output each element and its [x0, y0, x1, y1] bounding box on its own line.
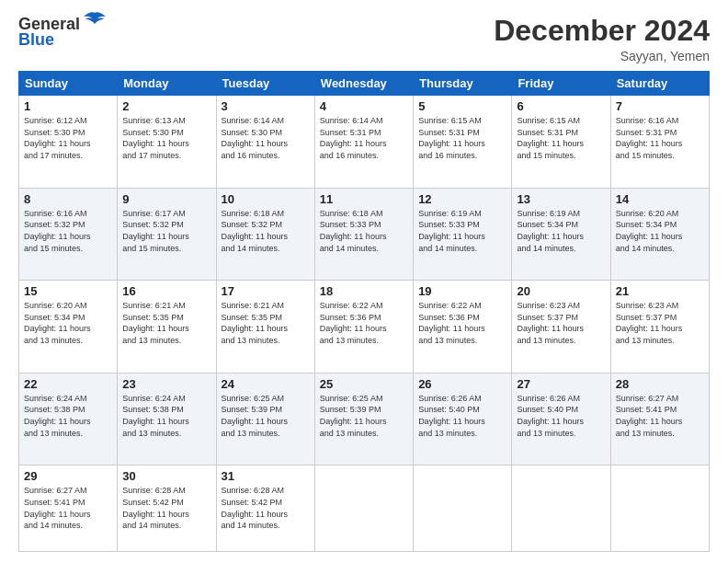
calendar-cell: 9Sunrise: 6:17 AMSunset: 5:32 PMDaylight… — [118, 188, 216, 281]
day-info: Sunrise: 6:22 AMSunset: 5:36 PMDaylight:… — [320, 300, 408, 346]
day-number: 5 — [418, 99, 506, 113]
day-number: 12 — [418, 192, 506, 206]
calendar-cell — [414, 465, 512, 552]
day-info: Sunrise: 6:18 AMSunset: 5:32 PMDaylight:… — [222, 208, 310, 254]
calendar-cell: 14Sunrise: 6:20 AMSunset: 5:34 PMDayligh… — [610, 188, 709, 281]
week-row-2: 8Sunrise: 6:16 AMSunset: 5:32 PMDaylight… — [19, 188, 710, 281]
day-info: Sunrise: 6:15 AMSunset: 5:31 PMDaylight:… — [418, 115, 506, 161]
day-number: 3 — [222, 99, 310, 113]
day-info: Sunrise: 6:12 AMSunset: 5:30 PMDaylight:… — [24, 115, 112, 161]
calendar-cell: 11Sunrise: 6:18 AMSunset: 5:33 PMDayligh… — [314, 188, 413, 281]
calendar-cell: 8Sunrise: 6:16 AMSunset: 5:32 PMDaylight… — [19, 188, 118, 281]
location: Sayyan, Yemen — [494, 49, 710, 63]
day-info: Sunrise: 6:23 AMSunset: 5:37 PMDaylight:… — [517, 300, 605, 346]
calendar: Sunday Monday Tuesday Wednesday Thursday… — [18, 71, 710, 552]
logo: General Blue — [18, 15, 108, 50]
day-info: Sunrise: 6:27 AMSunset: 5:41 PMDaylight:… — [24, 485, 112, 531]
week-row-5: 29Sunrise: 6:27 AMSunset: 5:41 PMDayligh… — [19, 465, 710, 552]
calendar-cell — [314, 465, 413, 552]
calendar-cell: 17Sunrise: 6:21 AMSunset: 5:35 PMDayligh… — [216, 281, 314, 373]
day-info: Sunrise: 6:18 AMSunset: 5:33 PMDaylight:… — [320, 208, 408, 254]
calendar-cell: 23Sunrise: 6:24 AMSunset: 5:38 PMDayligh… — [118, 373, 216, 465]
calendar-cell: 29Sunrise: 6:27 AMSunset: 5:41 PMDayligh… — [19, 465, 118, 552]
calendar-cell: 12Sunrise: 6:19 AMSunset: 5:33 PMDayligh… — [414, 188, 512, 281]
logo-bird-icon — [82, 11, 108, 31]
calendar-cell: 15Sunrise: 6:20 AMSunset: 5:34 PMDayligh… — [19, 281, 118, 373]
calendar-cell: 25Sunrise: 6:25 AMSunset: 5:39 PMDayligh… — [314, 373, 413, 465]
day-number: 31 — [222, 469, 310, 483]
day-number: 26 — [418, 377, 506, 391]
calendar-cell: 19Sunrise: 6:22 AMSunset: 5:36 PMDayligh… — [414, 281, 512, 373]
header-thursday: Thursday — [414, 72, 512, 96]
day-number: 2 — [122, 99, 210, 113]
day-number: 17 — [222, 284, 310, 298]
week-row-1: 1Sunrise: 6:12 AMSunset: 5:30 PMDaylight… — [19, 96, 710, 189]
day-info: Sunrise: 6:14 AMSunset: 5:31 PMDaylight:… — [320, 115, 408, 161]
day-info: Sunrise: 6:28 AMSunset: 5:42 PMDaylight:… — [222, 485, 310, 531]
day-info: Sunrise: 6:28 AMSunset: 5:42 PMDaylight:… — [122, 485, 210, 531]
day-info: Sunrise: 6:19 AMSunset: 5:33 PMDaylight:… — [418, 208, 506, 254]
day-info: Sunrise: 6:25 AMSunset: 5:39 PMDaylight:… — [320, 393, 408, 439]
day-number: 25 — [320, 377, 408, 391]
calendar-cell: 31Sunrise: 6:28 AMSunset: 5:42 PMDayligh… — [216, 465, 314, 552]
day-info: Sunrise: 6:25 AMSunset: 5:39 PMDaylight:… — [222, 393, 310, 439]
day-number: 1 — [24, 99, 112, 113]
calendar-cell: 28Sunrise: 6:27 AMSunset: 5:41 PMDayligh… — [610, 373, 709, 465]
day-number: 29 — [24, 469, 112, 483]
day-info: Sunrise: 6:21 AMSunset: 5:35 PMDaylight:… — [222, 300, 310, 346]
calendar-cell: 24Sunrise: 6:25 AMSunset: 5:39 PMDayligh… — [216, 373, 314, 465]
day-info: Sunrise: 6:17 AMSunset: 5:32 PMDaylight:… — [122, 208, 210, 254]
day-number: 11 — [320, 192, 408, 206]
calendar-cell: 22Sunrise: 6:24 AMSunset: 5:38 PMDayligh… — [19, 373, 118, 465]
calendar-cell: 27Sunrise: 6:26 AMSunset: 5:40 PMDayligh… — [512, 373, 610, 465]
calendar-cell: 16Sunrise: 6:21 AMSunset: 5:35 PMDayligh… — [118, 281, 216, 373]
day-number: 20 — [517, 284, 605, 298]
day-number: 22 — [24, 377, 112, 391]
week-row-3: 15Sunrise: 6:20 AMSunset: 5:34 PMDayligh… — [19, 281, 710, 373]
day-info: Sunrise: 6:20 AMSunset: 5:34 PMDaylight:… — [616, 208, 704, 254]
header-saturday: Saturday — [610, 72, 709, 96]
day-number: 4 — [320, 99, 408, 113]
calendar-cell: 2Sunrise: 6:13 AMSunset: 5:30 PMDaylight… — [118, 96, 216, 189]
day-info: Sunrise: 6:23 AMSunset: 5:37 PMDaylight:… — [616, 300, 704, 346]
calendar-cell: 18Sunrise: 6:22 AMSunset: 5:36 PMDayligh… — [314, 281, 413, 373]
calendar-cell: 26Sunrise: 6:26 AMSunset: 5:40 PMDayligh… — [414, 373, 512, 465]
day-number: 15 — [24, 284, 112, 298]
day-number: 16 — [122, 284, 210, 298]
day-number: 18 — [320, 284, 408, 298]
header-monday: Monday — [118, 72, 216, 96]
calendar-cell: 7Sunrise: 6:16 AMSunset: 5:31 PMDaylight… — [610, 96, 709, 189]
header-tuesday: Tuesday — [216, 72, 314, 96]
day-info: Sunrise: 6:13 AMSunset: 5:30 PMDaylight:… — [122, 115, 210, 161]
day-number: 21 — [616, 284, 704, 298]
header-sunday: Sunday — [19, 72, 118, 96]
month-title: December 2024 — [494, 15, 710, 47]
day-info: Sunrise: 6:21 AMSunset: 5:35 PMDaylight:… — [122, 300, 210, 346]
weekday-header-row: Sunday Monday Tuesday Wednesday Thursday… — [19, 72, 710, 96]
day-info: Sunrise: 6:27 AMSunset: 5:41 PMDaylight:… — [616, 393, 704, 439]
calendar-cell: 3Sunrise: 6:14 AMSunset: 5:30 PMDaylight… — [216, 96, 314, 189]
calendar-cell: 13Sunrise: 6:19 AMSunset: 5:34 PMDayligh… — [512, 188, 610, 281]
logo-text: General Blue — [18, 15, 108, 50]
header-friday: Friday — [512, 72, 610, 96]
day-number: 24 — [222, 377, 310, 391]
calendar-cell: 5Sunrise: 6:15 AMSunset: 5:31 PMDaylight… — [414, 96, 512, 189]
header: General Blue December 2024 Sayyan, Yemen — [18, 15, 710, 63]
header-wednesday: Wednesday — [314, 72, 413, 96]
day-number: 6 — [517, 99, 605, 113]
title-area: December 2024 Sayyan, Yemen — [494, 15, 710, 63]
day-number: 8 — [24, 192, 112, 206]
day-number: 27 — [517, 377, 605, 391]
calendar-cell: 20Sunrise: 6:23 AMSunset: 5:37 PMDayligh… — [512, 281, 610, 373]
page: General Blue December 2024 Sayyan, Yemen… — [0, 0, 728, 563]
day-info: Sunrise: 6:26 AMSunset: 5:40 PMDaylight:… — [517, 393, 605, 439]
day-info: Sunrise: 6:14 AMSunset: 5:30 PMDaylight:… — [222, 115, 310, 161]
day-number: 30 — [122, 469, 210, 483]
calendar-cell: 1Sunrise: 6:12 AMSunset: 5:30 PMDaylight… — [19, 96, 118, 189]
day-number: 14 — [616, 192, 704, 206]
day-info: Sunrise: 6:24 AMSunset: 5:38 PMDaylight:… — [122, 393, 210, 439]
day-number: 10 — [222, 192, 310, 206]
day-info: Sunrise: 6:24 AMSunset: 5:38 PMDaylight:… — [24, 393, 112, 439]
day-info: Sunrise: 6:20 AMSunset: 5:34 PMDaylight:… — [24, 300, 112, 346]
day-number: 19 — [418, 284, 506, 298]
